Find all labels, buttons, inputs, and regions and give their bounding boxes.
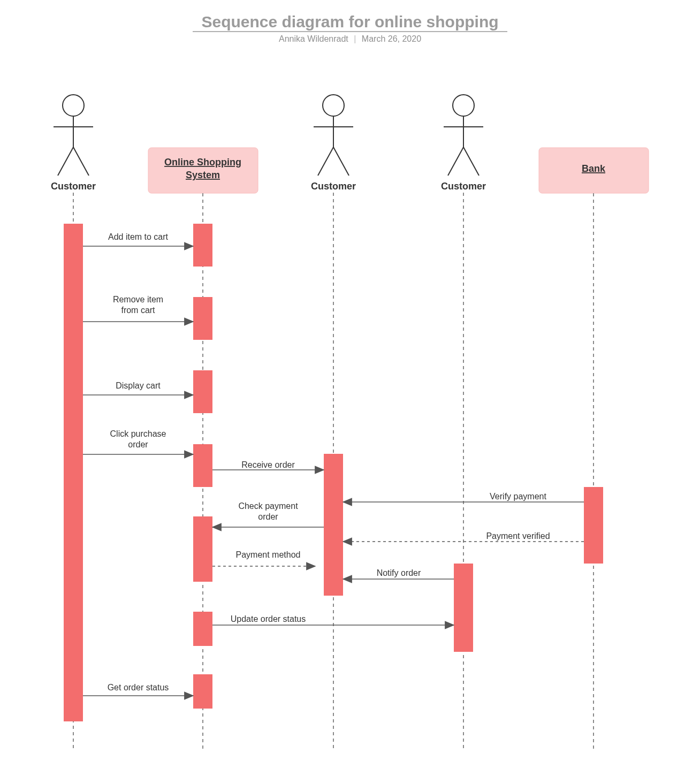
message-label-check-payment-1: Check payment <box>238 501 298 511</box>
message-label-verify-payment: Verify payment <box>490 492 546 501</box>
sequence-diagram: Customer Online Shopping System Customer… <box>0 0 700 761</box>
activation-system-5 <box>193 516 212 582</box>
message-label-click-purchase-2: order <box>128 440 148 449</box>
svg-line-9 <box>318 147 333 176</box>
message-label-remove-item-2: from cart <box>121 306 155 315</box>
message-label-notify-order: Notify order <box>377 568 421 577</box>
message-label-payment-verified: Payment verified <box>486 531 550 541</box>
actor-customer-1: Customer <box>51 95 96 192</box>
message-label-receive-order: Receive order <box>241 460 295 469</box>
activation-system-1 <box>193 224 212 267</box>
message-label-display-cart: Display cart <box>116 381 161 390</box>
lane-system: Online Shopping System <box>148 148 258 193</box>
actor-label-customer-2: Customer <box>311 181 356 192</box>
actor-label-customer-1: Customer <box>51 181 96 192</box>
svg-line-10 <box>333 147 349 176</box>
lane-label-bank: Bank <box>582 163 606 174</box>
svg-line-3 <box>58 147 73 176</box>
message-label-get-status: Get order status <box>108 683 169 692</box>
actor-label-customer-3: Customer <box>441 181 486 192</box>
message-label-update-order: Update order status <box>231 614 306 623</box>
actor-customer-3: Customer <box>441 95 486 192</box>
activation-system-4 <box>193 444 212 487</box>
activation-customer-1 <box>64 224 83 721</box>
activation-system-3 <box>193 370 212 413</box>
svg-point-11 <box>453 95 474 116</box>
message-label-click-purchase-1: Click purchase <box>110 429 166 438</box>
actor-customer-2: Customer <box>311 95 356 192</box>
message-label-payment-method: Payment method <box>236 550 301 559</box>
message-label-check-payment-2: order <box>258 512 278 521</box>
activation-system-7 <box>193 674 212 709</box>
message-label-add-item: Add item to cart <box>108 232 169 241</box>
activation-bank <box>584 487 603 564</box>
activation-customer-2 <box>324 454 343 596</box>
svg-line-15 <box>463 147 479 176</box>
activation-system-2 <box>193 297 212 340</box>
activation-customer-3 <box>454 564 473 652</box>
svg-point-0 <box>63 95 84 116</box>
svg-point-6 <box>323 95 344 116</box>
svg-line-14 <box>448 147 463 176</box>
message-label-remove-item-1: Remove item <box>113 295 163 304</box>
svg-line-4 <box>73 147 89 176</box>
lane-bank: Bank <box>539 148 649 193</box>
lane-label-system-1: Online Shopping <box>164 157 241 168</box>
activation-system-6 <box>193 612 212 646</box>
lane-label-system-2: System <box>186 170 220 180</box>
